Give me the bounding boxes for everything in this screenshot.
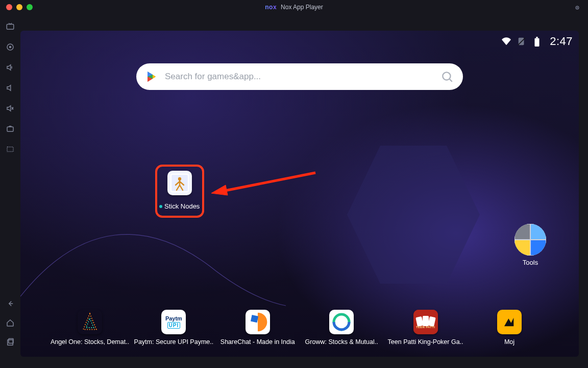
app-stick-nodes-label-row: Stick Nodes (159, 202, 215, 210)
window: nox Nox App Player 2:47 (0, 0, 588, 368)
window-title: Nox App Player (281, 4, 323, 11)
recents-icon[interactable] (5, 337, 15, 348)
svg-point-4 (10, 47, 11, 48)
location-icon[interactable] (5, 42, 15, 52)
svg-rect-31 (423, 316, 429, 326)
folder-tools[interactable]: Tools (512, 224, 548, 266)
svg-point-19 (443, 72, 450, 80)
title-center: nox Nox App Player (0, 0, 588, 14)
folder-tools-icon (514, 224, 546, 256)
app-stick-nodes-label: Stick Nodes (164, 202, 200, 210)
brand-logo: nox (265, 4, 277, 11)
dock-app-angel-one[interactable]: Angel One: Stocks, Demat.. (49, 310, 131, 346)
dock-label: Moj (469, 338, 550, 346)
android-screen: 2:47 Stick Nodes (20, 31, 579, 357)
svg-marker-18 (153, 75, 156, 79)
left-toolbar-bottom (5, 298, 15, 368)
search-input[interactable] (165, 72, 433, 82)
mute-icon[interactable] (5, 103, 15, 113)
app-stick-nodes[interactable] (167, 171, 192, 195)
back-icon[interactable] (5, 298, 15, 309)
dock-label: ShareChat - Made in India (217, 338, 299, 346)
search-bar[interactable] (136, 63, 463, 90)
dock-app-sharechat[interactable]: ShareChat - Made in India (217, 310, 299, 346)
svg-rect-7 (7, 127, 13, 131)
svg-rect-2 (7, 25, 14, 30)
dock-label: Angel One: Stocks, Demat.. (49, 338, 131, 346)
svg-line-20 (450, 79, 452, 82)
dock-app-groww[interactable]: Groww: Stocks & Mutual.. (301, 310, 382, 346)
expand-icon[interactable] (574, 4, 581, 13)
groww-icon (329, 310, 354, 334)
home-icon[interactable] (5, 318, 15, 328)
dock-app-moj[interactable]: Moj (469, 310, 550, 346)
svg-line-24 (223, 173, 315, 191)
status-bar: 2:47 (501, 35, 573, 48)
play-store-icon (145, 71, 158, 83)
zoom-window-icon[interactable] (27, 4, 33, 10)
titlebar: nox Nox App Player (0, 0, 588, 14)
angel-one-icon (78, 310, 102, 334)
dock: Angel One: Stocks, Demat.. Paytm UPI Pay… (49, 310, 550, 346)
svg-marker-25 (211, 185, 228, 195)
svg-rect-13 (535, 38, 540, 47)
tv-icon[interactable] (5, 21, 15, 32)
screenshot-icon[interactable] (5, 124, 15, 134)
svg-rect-14 (536, 37, 538, 38)
traffic-lights (6, 4, 33, 10)
search-icon[interactable] (440, 70, 454, 83)
dock-label: Paytm: Secure UPI Payme.. (133, 338, 214, 346)
moj-icon (497, 310, 522, 334)
minimize-window-icon[interactable] (16, 4, 22, 10)
svg-rect-8 (7, 147, 13, 152)
folder-tools-label: Tools (512, 259, 548, 266)
keyboard-mapping-icon[interactable] (5, 144, 15, 154)
dock-app-paytm[interactable]: Paytm UPI Paytm: Secure UPI Payme.. (133, 310, 214, 346)
volume-down-icon[interactable] (5, 83, 15, 93)
left-toolbar (0, 14, 20, 368)
new-app-dot-icon (159, 205, 162, 208)
annotation-arrow (208, 171, 321, 196)
battery-icon (533, 37, 544, 46)
volume-up-icon[interactable] (5, 62, 15, 73)
dock-label: Teen Patti King-Poker Ga.. (385, 338, 467, 346)
svg-rect-27 (251, 315, 258, 323)
no-sim-icon (517, 37, 527, 46)
dock-app-teen-patti[interactable]: TEEN PATTI Teen Patti King-Poker Ga.. (385, 310, 467, 346)
dock-label: Groww: Stocks & Mutual.. (301, 338, 382, 346)
teen-patti-icon: TEEN PATTI (413, 310, 438, 334)
status-time: 2:47 (550, 35, 573, 48)
svg-point-1 (577, 7, 577, 8)
sharechat-icon (246, 310, 270, 334)
decor-hexagon (347, 138, 480, 291)
close-window-icon[interactable] (6, 4, 12, 10)
wifi-icon (501, 37, 511, 46)
paytm-icon: Paytm UPI (161, 310, 186, 334)
